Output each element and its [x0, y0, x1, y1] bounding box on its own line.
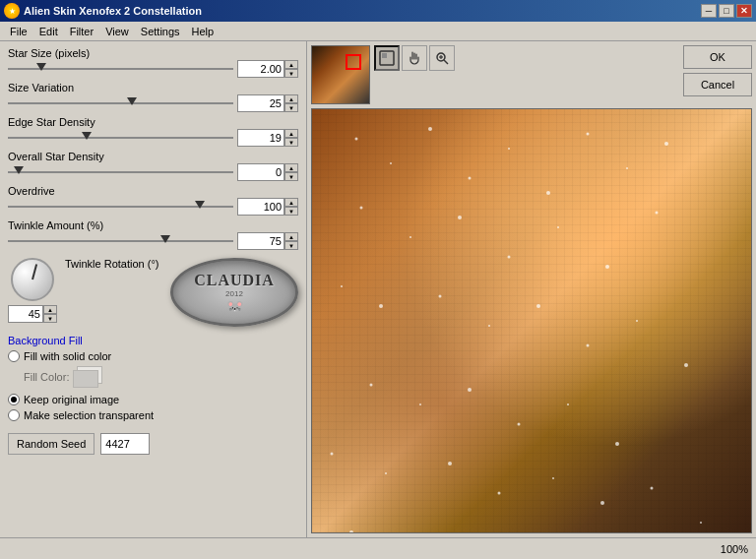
random-seed-button[interactable]: Random Seed: [8, 433, 94, 455]
tool-buttons: [374, 45, 455, 73]
fill-color-label: Fill Color:: [24, 371, 69, 383]
star-size-row: Star Size (pixels) ▲ ▼: [8, 47, 298, 78]
menu-help[interactable]: Help: [186, 24, 220, 39]
overdrive-spin-down[interactable]: ▼: [284, 207, 298, 216]
size-variation-spin-up[interactable]: ▲: [284, 94, 298, 103]
hand-tool-button[interactable]: [402, 45, 427, 71]
preview-image: [311, 108, 752, 533]
preview-tool-button[interactable]: [374, 45, 400, 71]
left-panel: Star Size (pixels) ▲ ▼ Size Variatio: [0, 41, 307, 537]
size-variation-spin-down[interactable]: ▼: [284, 103, 298, 112]
ok-button[interactable]: OK: [683, 45, 752, 69]
make-transparent-radio-row: Make selection transparent: [8, 409, 298, 421]
menu-settings[interactable]: Settings: [135, 24, 186, 39]
preview-toolbar: [311, 45, 455, 104]
twinkle-rotation-dial[interactable]: [11, 258, 54, 301]
dial-container: ▲ ▼: [8, 258, 57, 323]
twinkle-rotation-label: Twinkle Rotation (°): [65, 258, 162, 270]
edge-star-density-label: Edge Star Density: [8, 116, 298, 128]
overall-star-density-slider[interactable]: [8, 164, 233, 180]
menu-file[interactable]: File: [4, 24, 33, 39]
right-panel: OK Cancel: [307, 41, 756, 537]
main-container: Star Size (pixels) ▲ ▼ Size Variatio: [0, 41, 756, 537]
zoom-level: 100%: [721, 543, 748, 555]
twinkle-amount-label: Twinkle Amount (%): [8, 219, 298, 231]
svg-line-3: [444, 60, 448, 64]
edge-star-density-control: ▲ ▼: [8, 129, 298, 147]
fill-color-row: Fill Color:: [24, 366, 298, 388]
thumbnail-preview[interactable]: [311, 45, 370, 104]
overall-star-density-label: Overall Star Density: [8, 151, 298, 162]
preview-icon: [379, 50, 395, 66]
cancel-button[interactable]: Cancel: [683, 73, 752, 96]
star-size-label: Star Size (pixels): [8, 47, 298, 59]
menu-filter[interactable]: Filter: [64, 24, 99, 39]
overdrive-row: Overdrive ▲ ▼: [8, 185, 298, 216]
twinkle-amount-control: ▲ ▼: [8, 232, 298, 250]
fill-solid-label: Fill with solid color: [24, 350, 111, 362]
overdrive-label: Overdrive: [8, 185, 298, 197]
seed-input[interactable]: [100, 433, 150, 455]
logo-oval: CLAUDIA 2012 🐭: [170, 258, 298, 327]
size-variation-control: ▲ ▼: [8, 94, 298, 112]
background-fill-title: Background Fill: [8, 335, 298, 346]
color-swatch[interactable]: [73, 366, 104, 388]
star-size-slider[interactable]: [8, 61, 233, 77]
overall-star-density-spin-down[interactable]: ▼: [284, 172, 298, 181]
preview-grid-overlay: [312, 109, 751, 532]
keep-original-label: Keep original image: [24, 394, 119, 405]
twinkle-amount-slider[interactable]: [8, 233, 233, 249]
star-size-control: ▲ ▼: [8, 60, 298, 78]
menu-view[interactable]: View: [99, 24, 135, 39]
size-variation-row: Size Variation ▲ ▼: [8, 82, 298, 112]
overall-star-density-input[interactable]: [237, 163, 284, 181]
window-controls: ─ □ ✕: [701, 4, 752, 18]
overdrive-input[interactable]: [237, 198, 284, 216]
twinkle-amount-spin-up[interactable]: ▲: [284, 232, 298, 241]
logo-text: CLAUDIA: [194, 272, 275, 289]
fill-solid-radio[interactable]: [8, 350, 20, 362]
app-icon: ★: [4, 3, 20, 19]
make-transparent-label: Make selection transparent: [24, 409, 154, 421]
twinkle-rotation-spin-down[interactable]: ▼: [43, 314, 57, 323]
menu-edit[interactable]: Edit: [33, 24, 64, 39]
overall-star-density-spin-up[interactable]: ▲: [284, 163, 298, 172]
twinkle-section: ▲ ▼ Twinkle Rotation (°) CLAUDIA 2012 🐭: [8, 258, 298, 327]
seed-row: Random Seed: [8, 433, 298, 455]
window-title: Alien Skin Xenofex 2 Constellation: [24, 5, 202, 17]
logo-figure: 🐭: [226, 298, 243, 314]
star-size-input[interactable]: [237, 60, 284, 78]
edge-star-density-slider[interactable]: [8, 130, 233, 146]
action-buttons: OK Cancel: [683, 45, 752, 96]
star-size-spin-up[interactable]: ▲: [284, 60, 298, 69]
overall-star-density-control: ▲ ▼: [8, 163, 298, 181]
keep-original-radio-row: Keep original image: [8, 394, 298, 405]
twinkle-rotation-spin-up[interactable]: ▲: [43, 305, 57, 314]
make-transparent-radio[interactable]: [8, 409, 20, 421]
twinkle-amount-input[interactable]: [237, 232, 284, 250]
preview-toolbar-row: OK Cancel: [311, 45, 752, 108]
size-variation-input[interactable]: [237, 94, 284, 112]
logo-subtext: 2012: [225, 289, 243, 298]
keep-original-radio[interactable]: [8, 394, 20, 405]
edge-star-density-spin-up[interactable]: ▲: [284, 129, 298, 138]
edge-star-density-spin-down[interactable]: ▼: [284, 138, 298, 147]
size-variation-slider[interactable]: [8, 95, 233, 111]
overdrive-slider[interactable]: [8, 199, 233, 215]
twinkle-amount-row: Twinkle Amount (%) ▲ ▼: [8, 219, 298, 250]
zoom-tool-button[interactable]: [429, 45, 455, 71]
overdrive-control: ▲ ▼: [8, 198, 298, 216]
maximize-button[interactable]: □: [719, 4, 734, 18]
size-variation-label: Size Variation: [8, 82, 298, 93]
twinkle-amount-spin-down[interactable]: ▼: [284, 241, 298, 250]
twinkle-rotation-input[interactable]: [8, 305, 43, 323]
overdrive-spin-up[interactable]: ▲: [284, 198, 298, 207]
close-button[interactable]: ✕: [736, 4, 752, 18]
logo-container: CLAUDIA 2012 🐭: [170, 258, 298, 327]
minimize-button[interactable]: ─: [701, 4, 717, 18]
star-size-spin-down[interactable]: ▼: [284, 69, 298, 78]
edge-star-density-input[interactable]: [237, 129, 284, 147]
svg-rect-1: [382, 53, 387, 58]
menu-bar: File Edit Filter View Settings Help: [0, 22, 756, 41]
thumbnail-overlay: [346, 54, 361, 70]
